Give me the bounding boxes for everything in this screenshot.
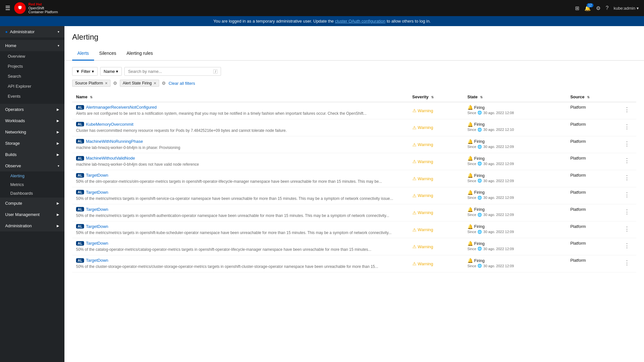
alert-name-link[interactable]: AL TargetDown	[76, 207, 405, 212]
kebab-cell: ⋮	[618, 221, 636, 238]
since-prefix: Since	[467, 264, 476, 268]
sidebar-section-home: Home ▾ Overview Projects Search API Expl…	[0, 37, 64, 104]
alert-name-link[interactable]: AL TargetDown	[76, 224, 405, 229]
source-cell: Platform	[566, 153, 618, 170]
source-cell: Platform	[566, 221, 618, 238]
severity-label: Warning	[418, 244, 433, 249]
severity-label: Warning	[418, 193, 433, 198]
severity-sort-icon[interactable]: ⇅	[431, 95, 434, 99]
tab-alerting-rules[interactable]: Alerting rules	[121, 47, 158, 61]
sidebar-item-alerting[interactable]: Alerting	[0, 171, 64, 180]
role-switcher[interactable]: ● Administrator ▾	[0, 26, 64, 37]
settings-icon[interactable]: ⚙	[596, 5, 601, 11]
tab-silences[interactable]: Silences	[94, 47, 121, 61]
bell-icon[interactable]: 🔔 12	[584, 5, 591, 11]
alert-name-cell: AL TargetDown 50% of the catalog-operato…	[72, 238, 409, 255]
alert-name-link[interactable]: AL TargetDown	[76, 241, 405, 246]
alert-name-link[interactable]: AL TargetDown	[76, 258, 405, 263]
sidebar-item-events[interactable]: Events	[0, 91, 64, 101]
logo: Red Hat OpenShift Container Platform	[14, 2, 58, 14]
alert-name-link[interactable]: AL MachineWithoutValidNode	[76, 156, 405, 161]
severity-cell: ⚠ Warning	[409, 255, 464, 272]
alert-name-link[interactable]: AL TargetDown	[76, 190, 405, 195]
networking-chevron: ▶	[57, 130, 59, 134]
state-firing: 🔔 Firing	[467, 122, 562, 127]
sidebar-user-management-header[interactable]: User Management ▶	[0, 209, 64, 220]
sidebar-compute-header[interactable]: Compute ▶	[0, 198, 64, 209]
alert-badge: AL	[76, 224, 84, 229]
sidebar-storage-header[interactable]: Storage ▶	[0, 138, 64, 149]
alert-name-link[interactable]: AL TargetDown	[76, 173, 405, 178]
source-sort-icon[interactable]: ⇅	[587, 95, 590, 99]
severity-cell: ⚠ Warning	[409, 119, 464, 136]
since-prefix: Since	[467, 213, 476, 217]
state-cell: 🔔 Firing Since 🌐 30 ago. 2022 12:08	[464, 102, 566, 119]
state-cell: 🔔 Firing Since 🌐 30 ago. 2022 12:09	[464, 255, 566, 272]
sidebar-administration-header[interactable]: Administration ▶	[0, 220, 64, 231]
kebab-button[interactable]: ⋮	[621, 207, 632, 217]
severity-label: Warning	[418, 261, 433, 266]
alert-name-link[interactable]: AL AlertmanagerReceiversNotConfigured	[76, 105, 405, 110]
grid-icon[interactable]: ⊞	[575, 5, 579, 11]
sidebar-operators-header[interactable]: Operators ▶	[0, 104, 64, 115]
filter-button[interactable]: ▼ Filter ▾	[72, 67, 98, 76]
since-prefix: Since	[467, 196, 476, 200]
sidebar-home-header[interactable]: Home ▾	[0, 40, 64, 51]
kebab-button[interactable]: ⋮	[621, 241, 632, 250]
sidebar-builds-header[interactable]: Builds ▶	[0, 149, 64, 160]
chip-alert-state: Alert State Firing ×	[120, 80, 159, 87]
alert-badge: AL	[76, 139, 84, 143]
since-prefix: Since	[467, 162, 476, 166]
sidebar-item-metrics[interactable]: Metrics	[0, 180, 64, 189]
chip-state-close[interactable]: ×	[154, 81, 156, 85]
user-menu[interactable]: kube:admin ▾	[614, 6, 639, 11]
state-firing: 🔔 Firing	[467, 173, 562, 178]
alert-badge: AL	[76, 190, 84, 194]
since-prefix: Since	[467, 179, 476, 183]
clear-all-filters[interactable]: Clear all filters	[168, 81, 195, 86]
kebab-button[interactable]: ⋮	[621, 156, 632, 165]
sidebar-networking-header[interactable]: Networking ▶	[0, 126, 64, 138]
source-cell: Platform	[566, 102, 618, 119]
kebab-button[interactable]: ⋮	[621, 190, 632, 200]
sidebar-workloads-header[interactable]: Workloads ▶	[0, 115, 64, 126]
alert-name: TargetDown	[86, 258, 108, 263]
sidebar-item-dashboards[interactable]: Dashboards	[0, 189, 64, 198]
alert-name-cell: AL TargetDown 50% of the olm-operator-me…	[72, 170, 409, 187]
warning-icon: ⚠	[412, 176, 417, 181]
info-banner: You are logged in as a temporary adminis…	[0, 16, 644, 26]
bell-state-icon: 🔔	[467, 258, 473, 263]
administration-label: Administration	[5, 223, 32, 228]
alert-name-link[interactable]: AL KubeMemoryOvercommit	[76, 122, 405, 127]
sidebar-item-overview[interactable]: Overview	[0, 51, 64, 61]
search-input[interactable]	[128, 69, 211, 74]
sidebar-item-api-explorer[interactable]: API Explorer	[0, 81, 64, 91]
kebab-button[interactable]: ⋮	[621, 139, 632, 149]
sidebar-item-search[interactable]: Search	[0, 71, 64, 81]
chip-state-gear[interactable]: ⚙	[162, 81, 166, 86]
state-sort-icon[interactable]: ⇅	[480, 95, 483, 99]
since-text: Since 🌐 30 ago. 2022 12:09	[467, 161, 562, 166]
kebab-cell: ⋮	[618, 204, 636, 221]
since-value: 30 ago. 2022 12:09	[483, 179, 514, 183]
alert-name-link[interactable]: AL MachineWithNoRunningPhase	[76, 139, 405, 144]
help-icon[interactable]: ?	[606, 5, 609, 11]
chip-source-gear[interactable]: ⚙	[113, 81, 117, 86]
kebab-button[interactable]: ⋮	[621, 105, 632, 114]
kebab-button[interactable]: ⋮	[621, 224, 632, 234]
kebab-button[interactable]: ⋮	[621, 173, 632, 182]
sidebar-observe-header[interactable]: Observe ▾	[0, 160, 64, 171]
hamburger-menu[interactable]: ☰	[5, 5, 10, 12]
name-sort-icon[interactable]: ⇅	[90, 95, 92, 99]
state-label: Firing	[474, 173, 485, 178]
layout: ● Administrator ▾ Home ▾ Overview Projec…	[0, 26, 644, 362]
name-select-button[interactable]: Name ▾	[100, 67, 122, 76]
sidebar-item-projects[interactable]: Projects	[0, 61, 64, 71]
banner-link[interactable]: cluster OAuth configuration	[335, 19, 386, 24]
col-severity: Severity ⇅	[409, 92, 464, 102]
filter-chevron: ▾	[92, 69, 94, 74]
kebab-button[interactable]: ⋮	[621, 258, 632, 268]
tab-alerts[interactable]: Alerts	[72, 47, 94, 61]
chip-source-close[interactable]: ×	[105, 81, 108, 85]
kebab-button[interactable]: ⋮	[621, 122, 632, 132]
